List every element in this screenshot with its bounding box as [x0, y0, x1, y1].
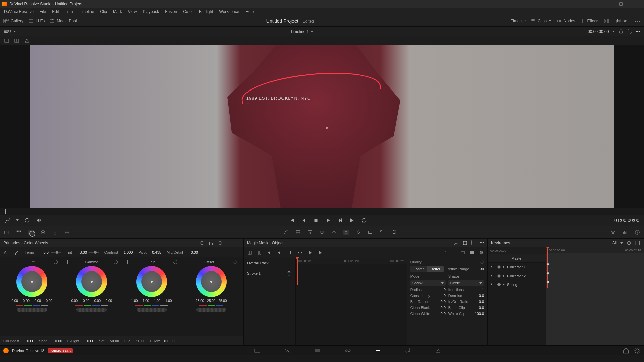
master-track-row[interactable]: Master — [488, 254, 546, 263]
color-page-icon[interactable] — [375, 348, 381, 353]
quality-toggle[interactable]: FasterBetter — [410, 266, 444, 272]
show-mask-icon[interactable] — [460, 250, 465, 255]
image-wipe-icon[interactable] — [4, 38, 9, 43]
hilight-control[interactable]: Hi/Light0.00 — [67, 339, 94, 343]
key-icon[interactable] — [368, 230, 373, 235]
auto-balance-icon[interactable]: A — [3, 250, 9, 255]
enable-dot-icon[interactable]: ● — [490, 282, 496, 287]
last-frame-button[interactable] — [349, 217, 355, 223]
keyframe-diamond-icon[interactable] — [497, 265, 501, 269]
timeline-selector[interactable]: Timeline 1 — [290, 29, 314, 34]
black-clip-control[interactable]: Black Clip0.0 — [448, 306, 484, 310]
camera-raw-icon[interactable] — [4, 230, 9, 235]
highlight-icon[interactable] — [24, 38, 30, 43]
pause-track-icon[interactable] — [287, 250, 292, 255]
white-clip-control[interactable]: White Clip100.0 — [448, 312, 484, 316]
expand-panel-icon[interactable] — [234, 240, 240, 246]
lift-color-wheel[interactable] — [16, 266, 47, 297]
minimize-button[interactable] — [598, 0, 613, 8]
lift-y-wheel[interactable] — [17, 308, 47, 312]
offset-values[interactable]: 25.0025.0025.00 — [195, 299, 228, 303]
mask-playhead[interactable] — [297, 258, 298, 285]
radius-control[interactable]: Radius0 — [410, 288, 446, 292]
sizing-row[interactable]: ●Sizing — [488, 280, 546, 289]
stop-button[interactable] — [313, 217, 319, 223]
menu-fusion[interactable]: Fusion — [162, 9, 180, 15]
hdr-wheels-icon[interactable] — [40, 230, 46, 235]
timeline-button[interactable]: Timeline — [503, 18, 526, 24]
gain-values[interactable]: 1.001.001.001.00 — [129, 299, 174, 303]
denoise-control[interactable]: Denoise0.0 — [448, 294, 484, 298]
keyframes-filter[interactable]: All — [612, 241, 617, 245]
pick-white-icon[interactable] — [14, 250, 19, 255]
person-mode-icon[interactable] — [453, 240, 459, 246]
lift-values[interactable]: 0.000.000.000.00 — [10, 299, 54, 303]
waveform-icon[interactable] — [623, 230, 628, 235]
tint-control[interactable]: Tint0.00 — [66, 250, 99, 254]
lum-mix-control[interactable]: L. Mix100.00 — [150, 339, 174, 343]
viewer-timecode[interactable]: 00:00:00:00 — [588, 29, 609, 34]
color-warper-icon[interactable] — [295, 230, 301, 235]
media-page-icon[interactable] — [254, 348, 261, 353]
settings-sliders-icon[interactable] — [479, 250, 484, 255]
chevron-right-icon[interactable] — [503, 275, 505, 277]
3d-icon[interactable] — [392, 230, 397, 235]
rgb-mixer-icon[interactable] — [52, 230, 58, 235]
track-fwd-one-icon[interactable] — [307, 250, 313, 255]
shadow-control[interactable]: Shad0.00 — [39, 339, 62, 343]
menu-clip[interactable]: Clip — [97, 9, 110, 15]
qualifier-icon[interactable] — [307, 230, 313, 235]
menu-help[interactable]: Help — [243, 9, 256, 15]
overall-track-row[interactable]: Overall Track — [244, 258, 295, 268]
kf-record-icon[interactable] — [626, 240, 632, 246]
reset-gamma-icon[interactable] — [113, 259, 118, 265]
clean-white-control[interactable]: Clean White0.0 — [410, 312, 446, 316]
contrast-control[interactable]: Contrast1.000 — [104, 250, 133, 254]
edit-page-icon[interactable] — [314, 348, 321, 353]
enable-dot-icon[interactable]: ● — [490, 264, 496, 270]
menu-color[interactable]: Color — [180, 9, 196, 15]
keyframe-timeline[interactable]: 00:00:00:0000:00:02:18 — [546, 247, 644, 345]
corrector2-row[interactable]: ●Corrector 2 — [488, 272, 546, 280]
lightbox-button[interactable]: Lightbox — [604, 18, 627, 24]
y-only-icon[interactable] — [66, 260, 70, 264]
color-checker-icon[interactable] — [16, 230, 21, 235]
reset-quality-icon[interactable] — [479, 259, 485, 265]
cut-page-icon[interactable] — [284, 348, 291, 353]
maximize-button[interactable] — [613, 0, 629, 8]
y-only-icon[interactable] — [6, 260, 10, 264]
gallery-button[interactable]: Gallery — [3, 18, 23, 24]
consistency-control[interactable]: Consistency0 — [410, 294, 446, 298]
add-stroke-icon[interactable] — [441, 250, 446, 255]
blur-sharpen-icon[interactable] — [356, 230, 361, 235]
chevron-right-icon[interactable] — [503, 283, 505, 286]
reset-all-icon[interactable] — [226, 240, 231, 246]
keyframe-diamond-icon[interactable] — [497, 274, 501, 278]
hue-control[interactable]: Hue50.00 — [124, 339, 145, 343]
object-mode-icon[interactable] — [462, 240, 468, 246]
menu-mark[interactable]: Mark — [110, 9, 125, 15]
effects-button[interactable]: Effects — [580, 18, 599, 24]
zoom-selector[interactable]: 90% — [4, 29, 16, 34]
unmix-icon[interactable] — [24, 217, 30, 223]
mode-select[interactable]: Shrink — [410, 280, 446, 286]
first-frame-button[interactable] — [289, 217, 295, 223]
gamma-y-wheel[interactable] — [76, 308, 107, 312]
gamma-color-wheel[interactable] — [76, 266, 107, 297]
menu-playback[interactable]: Playback — [140, 9, 162, 15]
gain-color-wheel[interactable] — [136, 266, 167, 297]
pivot-control[interactable]: Pivot0.435 — [138, 250, 161, 254]
bypass-icon[interactable] — [618, 29, 624, 34]
track-both-icon[interactable] — [297, 250, 303, 255]
col-boost-control[interactable]: Col Boost0.00 — [3, 339, 34, 343]
viewer-more-icon[interactable]: ••• — [636, 29, 640, 34]
temp-control[interactable]: Temp0.0 — [25, 250, 61, 254]
y-only-icon[interactable] — [126, 260, 130, 264]
menu-timeline[interactable]: Timeline — [76, 9, 97, 15]
enable-dot-icon[interactable]: ● — [490, 273, 496, 279]
fairlight-page-icon[interactable] — [405, 348, 412, 353]
subtract-stroke-icon[interactable] — [450, 250, 456, 255]
overlay-toggle-icon[interactable] — [257, 250, 262, 255]
log-mode-icon[interactable] — [217, 240, 222, 246]
mid-detail-control[interactable]: Mid/Detail0.00 — [167, 250, 198, 254]
